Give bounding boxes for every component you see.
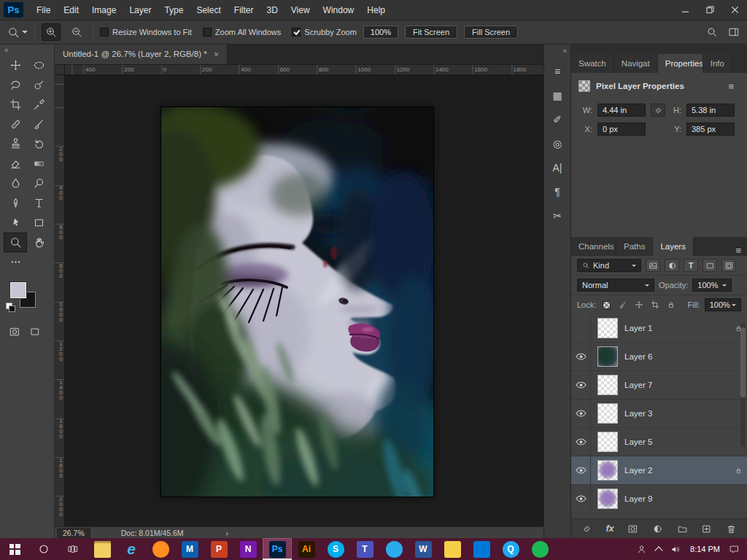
blend-mode-select[interactable]: Normal [577,279,654,292]
menu-item[interactable]: Help [360,0,392,20]
layer-visibility-toggle[interactable] [571,371,591,399]
layer-row[interactable]: Layer 2 [571,456,747,485]
menu-item[interactable]: Image [85,0,123,20]
tool-button[interactable] [27,213,50,233]
expand-panels-icon[interactable]: « [544,44,570,59]
tool-button[interactable] [27,154,50,174]
new-group-icon[interactable] [677,524,688,534]
layer-thumbnail[interactable] [597,432,618,452]
filter-smart-objects-icon[interactable] [721,259,736,272]
dock-panel-icon[interactable]: ▦ [544,83,570,107]
y-field[interactable]: 385 px [686,122,735,136]
layer-thumbnail[interactable] [597,346,618,367]
tool-button[interactable] [27,114,50,134]
search-button[interactable] [29,538,58,560]
close-tab-icon[interactable]: × [214,50,220,59]
options-checkbox[interactable]: Zoom All Windows [203,28,281,36]
dock-panel-icon[interactable]: ¶ [544,179,570,203]
dock-panel-icon[interactable]: ✐ [544,107,570,131]
tool-button[interactable] [27,75,50,95]
taskbar-app[interactable] [438,538,467,560]
workspace-toggle-icon[interactable] [728,26,740,38]
adjustment-layer-icon[interactable] [652,524,663,534]
layer-thumbnail[interactable] [597,489,618,509]
restore-button[interactable] [697,0,722,20]
show-hidden-icons-chevron[interactable] [654,546,662,554]
tool-button[interactable] [27,174,50,193]
layer-name[interactable]: Layer 3 [624,409,729,418]
clock[interactable]: 8:14 PM [690,545,720,553]
tool-button[interactable] [27,55,50,75]
menu-item[interactable]: Layer [123,0,158,20]
add-layer-mask-icon[interactable] [627,524,638,534]
panel-tab[interactable]: Layers [653,237,694,256]
color-swatches[interactable] [10,282,41,313]
tool-button[interactable] [4,193,27,213]
tool-button[interactable] [27,134,50,154]
checkbox-box[interactable] [100,28,109,36]
x-field[interactable]: 0 px [597,122,646,136]
layer-row[interactable]: Layer 7 [571,371,747,400]
ruler-origin-corner[interactable] [55,65,65,75]
layer-visibility-toggle[interactable] [571,485,591,513]
tool-button[interactable] [4,134,27,154]
layer-thumbnail[interactable] [597,375,618,395]
tool-button[interactable] [4,75,27,95]
filter-type-layers-icon[interactable]: T [684,259,698,272]
taskbar-app[interactable]: Ps [263,538,292,560]
people-icon[interactable] [636,544,647,555]
menu-item[interactable]: Edit [57,0,85,20]
layer-visibility-toggle[interactable] [571,400,591,427]
menu-item[interactable]: Select [190,0,227,20]
options-button[interactable]: Fit Screen [405,26,457,39]
options-checkbox[interactable]: Scrubby Zoom [292,28,357,36]
menu-item[interactable]: Window [317,0,361,20]
filter-adjustment-layers-icon[interactable] [665,259,679,272]
document-tab[interactable]: Untitled-1 @ 26.7% (Layer 2, RGB/8) * × [55,44,228,64]
layer-row[interactable]: Layer 1 [571,314,747,343]
lock-pixels-icon[interactable] [617,299,629,311]
taskbar-app[interactable]: S [321,538,350,560]
tool-button[interactable] [4,114,27,134]
panel-tab[interactable]: Paths [616,237,653,256]
scrollbar-thumb[interactable] [740,327,746,397]
search-icon[interactable] [706,26,718,38]
lock-artboard-icon[interactable] [649,299,661,311]
horizontal-ruler[interactable]: 400200020040060080010001200140016001800 [65,65,543,75]
default-colors-icon[interactable] [6,303,12,309]
status-chevron-icon[interactable]: › [226,529,229,537]
menu-item[interactable]: File [30,0,57,20]
layer-name[interactable]: Layer 6 [624,352,729,361]
layer-name[interactable]: Layer 5 [624,438,729,446]
taskbar-app[interactable]: e [117,538,146,560]
filter-pixel-layers-icon[interactable] [646,259,660,272]
canvas-viewport[interactable] [65,75,543,526]
taskbar-app[interactable] [379,538,409,560]
layer-name[interactable]: Layer 1 [624,324,729,332]
layer-filter-kind[interactable]: Kind [577,259,641,272]
tool-button[interactable] [4,55,27,75]
dock-panel-icon[interactable]: ✂ [544,203,570,228]
minimize-button[interactable] [673,0,697,20]
tool-button[interactable] [27,193,50,213]
panel-tab[interactable]: Swatch [571,54,614,73]
panel-menu-icon[interactable]: ≡ [722,81,740,92]
close-button[interactable] [722,0,747,20]
current-tool-preset[interactable] [7,26,28,39]
taskbar-app[interactable] [467,538,496,560]
menu-item[interactable]: Filter [228,0,260,20]
start-button[interactable] [0,538,29,560]
opacity-select[interactable]: 100% [692,279,732,292]
layers-scrollbar[interactable] [740,323,746,447]
dock-panel-icon[interactable]: ≡ [544,59,570,83]
layer-thumbnail[interactable] [597,403,618,424]
menu-item[interactable]: 3D [260,0,284,20]
layer-name[interactable]: Layer 9 [624,494,729,503]
taskbar-app[interactable] [525,538,554,560]
layer-thumbnail[interactable] [597,318,618,338]
taskbar-app[interactable] [146,538,175,560]
layer-row[interactable]: Layer 6 [571,343,747,371]
tool-button[interactable] [4,252,27,272]
layer-visibility-toggle[interactable] [571,343,591,370]
taskbar-app[interactable]: P [204,538,233,560]
